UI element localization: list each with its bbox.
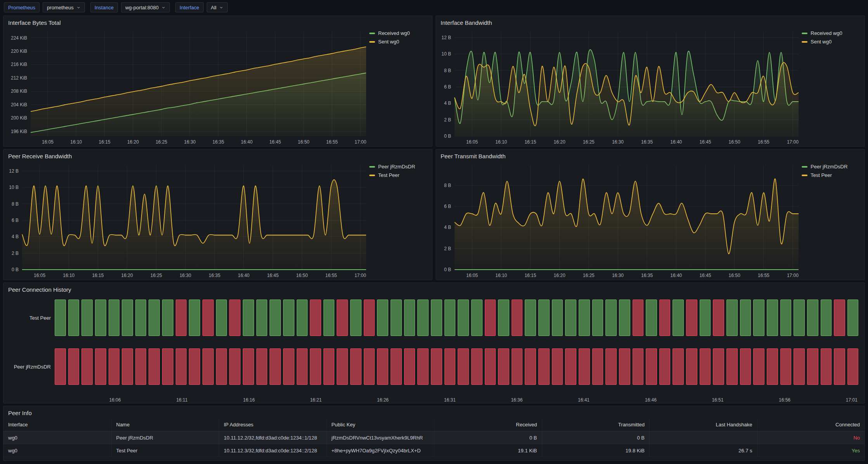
status-cell-connected[interactable] xyxy=(565,300,576,336)
status-cell-disconnected[interactable] xyxy=(579,348,590,385)
status-cell-disconnected[interactable] xyxy=(216,348,227,385)
status-cell-disconnected[interactable] xyxy=(350,348,361,385)
table-header-name[interactable]: Name xyxy=(111,418,219,431)
status-cell-connected[interactable] xyxy=(377,300,388,336)
status-cell-disconnected[interactable] xyxy=(834,300,845,336)
status-cell-disconnected[interactable] xyxy=(794,348,805,385)
status-cell-connected[interactable] xyxy=(216,300,227,336)
status-cell-connected[interactable] xyxy=(646,300,657,336)
status-cell-connected[interactable] xyxy=(81,300,93,336)
interface-bandwidth-chart[interactable]: 0 B2 B4 B6 B8 B10 B12 B16:0516:1016:1516… xyxy=(436,27,802,146)
status-cell-disconnected[interactable] xyxy=(391,348,402,385)
status-cell-disconnected[interactable] xyxy=(512,300,523,336)
status-cell-disconnected[interactable] xyxy=(310,348,321,385)
table-header-last-handshake[interactable]: Last Handshake xyxy=(649,418,757,431)
status-cell-disconnected[interactable] xyxy=(55,348,66,385)
status-cell-disconnected[interactable] xyxy=(270,348,281,385)
status-cell-disconnected[interactable] xyxy=(753,348,764,385)
legend-item[interactable]: Test Peer xyxy=(802,172,862,178)
status-cell-disconnected[interactable] xyxy=(592,348,603,385)
status-cell-connected[interactable] xyxy=(552,300,563,336)
status-cell-connected[interactable] xyxy=(135,300,147,336)
status-cell-disconnected[interactable] xyxy=(686,348,697,385)
status-cell-connected[interactable] xyxy=(807,300,818,336)
status-cell-disconnected[interactable] xyxy=(605,348,617,385)
status-cell-connected[interactable] xyxy=(579,300,590,336)
table-header-ip-addresses[interactable]: IP Addresses xyxy=(219,418,327,431)
status-cell-connected[interactable] xyxy=(68,300,80,336)
status-cell-disconnected[interactable] xyxy=(337,348,348,385)
status-cell-disconnected[interactable] xyxy=(619,348,630,385)
status-cell-connected[interactable] xyxy=(592,300,603,336)
status-cell-connected[interactable] xyxy=(498,300,509,336)
legend-item[interactable]: Received wg0 xyxy=(802,30,862,36)
status-cell-disconnected[interactable] xyxy=(740,348,751,385)
status-cell-disconnected[interactable] xyxy=(81,348,93,385)
status-cell-disconnected[interactable] xyxy=(713,348,724,385)
status-cell-disconnected[interactable] xyxy=(122,348,133,385)
status-cell-connected[interactable] xyxy=(471,300,482,336)
panel-title[interactable]: Peer Connection History xyxy=(3,283,865,294)
status-cell-disconnected[interactable] xyxy=(297,348,308,385)
status-cell-disconnected[interactable] xyxy=(229,300,240,336)
status-cell-disconnected[interactable] xyxy=(807,348,818,385)
interface-bytes-total-chart[interactable]: 196 KiB200 KiB204 KiB208 KiB212 KiB216 K… xyxy=(3,27,369,146)
status-cell-connected[interactable] xyxy=(404,300,415,336)
status-cell-connected[interactable] xyxy=(740,300,751,336)
status-cell-connected[interactable] xyxy=(350,300,361,336)
status-cell-connected[interactable] xyxy=(243,300,254,336)
table-header-public-key[interactable]: Public Key xyxy=(327,418,434,431)
status-cell-disconnected[interactable] xyxy=(485,300,496,336)
status-cell-connected[interactable] xyxy=(391,300,402,336)
status-cell-disconnected[interactable] xyxy=(202,348,214,385)
status-cell-disconnected[interactable] xyxy=(659,300,671,336)
status-cell-disconnected[interactable] xyxy=(364,300,375,336)
status-cell-disconnected[interactable] xyxy=(498,348,509,385)
status-cell-disconnected[interactable] xyxy=(471,348,482,385)
status-cell-disconnected[interactable] xyxy=(633,300,644,336)
status-cell-connected[interactable] xyxy=(189,300,200,336)
status-cell-connected[interactable] xyxy=(767,300,778,336)
status-cell-connected[interactable] xyxy=(619,300,630,336)
status-cell-connected[interactable] xyxy=(726,300,738,336)
status-cell-connected[interactable] xyxy=(256,300,268,336)
table-header-interface[interactable]: Interface xyxy=(3,418,111,431)
status-cell-connected[interactable] xyxy=(538,300,550,336)
status-cell-connected[interactable] xyxy=(431,300,442,336)
status-cell-connected[interactable] xyxy=(821,300,832,336)
status-cell-disconnected[interactable] xyxy=(780,348,792,385)
status-cell-disconnected[interactable] xyxy=(243,348,254,385)
variable-value-instance[interactable]: wg-portal:8080 xyxy=(121,2,170,12)
status-cell-connected[interactable] xyxy=(417,300,429,336)
variable-value-prometheus[interactable]: prometheus xyxy=(43,2,85,12)
panel-title[interactable]: Peer Info xyxy=(3,406,865,417)
legend-item[interactable]: Received wg0 xyxy=(369,30,430,36)
status-cell-disconnected[interactable] xyxy=(162,348,173,385)
peer-receive-bandwidth-chart[interactable]: 0 B2 B4 B6 B8 B10 B12 B16:0516:1016:1516… xyxy=(3,161,369,280)
status-cell-disconnected[interactable] xyxy=(229,348,240,385)
status-cell-disconnected[interactable] xyxy=(202,300,214,336)
table-header-connected[interactable]: Connected xyxy=(757,418,865,431)
status-cell-disconnected[interactable] xyxy=(377,348,388,385)
legend-item[interactable]: Sent wg0 xyxy=(369,39,430,45)
status-cell-disconnected[interactable] xyxy=(633,348,644,385)
status-cell-connected[interactable] xyxy=(700,300,711,336)
status-cell-connected[interactable] xyxy=(55,300,66,336)
status-cell-disconnected[interactable] xyxy=(458,348,469,385)
status-cell-connected[interactable] xyxy=(605,300,617,336)
status-cell-connected[interactable] xyxy=(109,300,120,336)
status-cell-disconnected[interactable] xyxy=(135,348,147,385)
status-cell-disconnected[interactable] xyxy=(538,348,550,385)
status-cell-connected[interactable] xyxy=(270,300,281,336)
status-cell-disconnected[interactable] xyxy=(189,348,200,385)
status-cell-disconnected[interactable] xyxy=(323,348,335,385)
variable-value-interface[interactable]: All xyxy=(207,2,228,12)
status-cell-disconnected[interactable] xyxy=(256,348,268,385)
status-cell-connected[interactable] xyxy=(95,300,106,336)
status-cell-connected[interactable] xyxy=(525,300,536,336)
status-cell-connected[interactable] xyxy=(673,300,684,336)
status-cell-disconnected[interactable] xyxy=(485,348,496,385)
status-cell-connected[interactable] xyxy=(149,300,160,336)
status-cell-disconnected[interactable] xyxy=(673,348,684,385)
status-cell-connected[interactable] xyxy=(780,300,792,336)
